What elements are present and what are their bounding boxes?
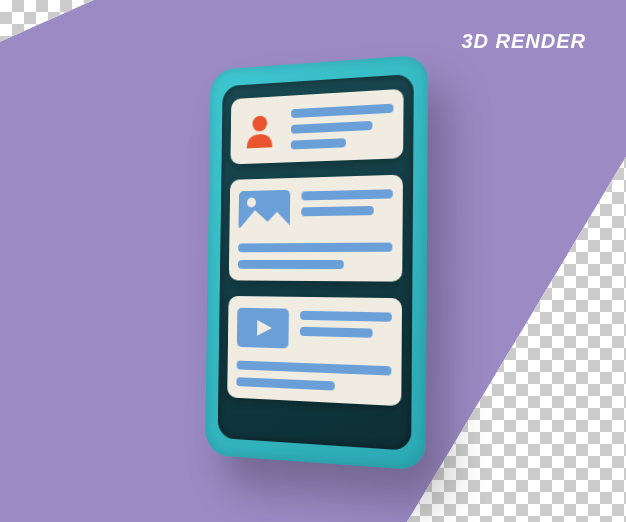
- svg-point-0: [252, 115, 267, 131]
- placeholder-line: [300, 311, 392, 322]
- placeholder-line: [238, 260, 344, 269]
- phone-3d-render: [205, 54, 428, 470]
- image-icon: [238, 190, 290, 230]
- render-label: 3D RENDER: [461, 30, 586, 53]
- placeholder-line: [301, 206, 374, 216]
- phone-body: [205, 54, 428, 470]
- placeholder-line: [291, 104, 393, 118]
- content-card-image: [229, 175, 403, 282]
- text-lines: [300, 309, 392, 352]
- user-icon: [240, 108, 281, 153]
- placeholder-line: [291, 138, 346, 149]
- placeholder-line: [300, 327, 373, 338]
- play-icon: [237, 308, 289, 349]
- content-card-video: [227, 296, 402, 406]
- phone-screen: [218, 74, 414, 451]
- text-lines: [301, 187, 393, 229]
- placeholder-line: [301, 189, 392, 200]
- placeholder-line: [291, 121, 372, 134]
- placeholder-line: [238, 243, 392, 253]
- placeholder-line: [237, 361, 392, 376]
- content-card-profile: [230, 89, 403, 165]
- placeholder-line: [236, 377, 335, 390]
- text-lines: [291, 102, 394, 150]
